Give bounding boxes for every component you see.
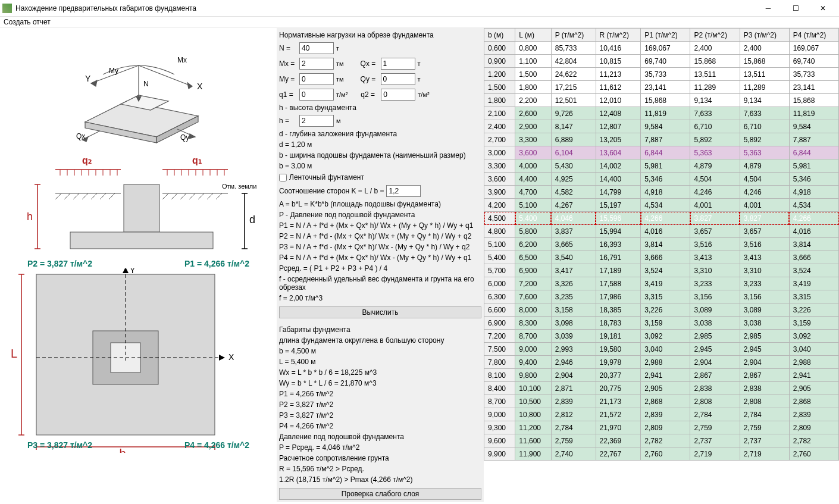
col-header[interactable]: P (т/м^2) bbox=[551, 29, 596, 42]
svg-text:Отм. земли: Отм. земли bbox=[222, 183, 256, 190]
table-row[interactable]: 8,1009,8002,90420,3772,9412,8672,8672,94… bbox=[484, 369, 839, 382]
svg-text:Mx: Mx bbox=[177, 56, 187, 64]
table-row[interactable]: 6,3007,6003,23517,9863,3153,1563,1563,31… bbox=[484, 290, 839, 303]
close-button[interactable]: ✕ bbox=[809, 0, 837, 17]
svg-rect-44 bbox=[70, 232, 213, 249]
table-row[interactable]: 4,5005,4004,04615,5964,2663,8273,8274,26… bbox=[484, 212, 839, 225]
table-row[interactable]: 7,5009,0002,99319,5803,0402,9452,9453,04… bbox=[484, 343, 839, 356]
col-header[interactable]: P1 (т/м^2) bbox=[641, 29, 690, 42]
svg-line-49 bbox=[73, 193, 79, 199]
menu-create-report[interactable]: Создать отчет bbox=[4, 18, 51, 26]
table-row[interactable]: 8,40010,1002,87120,7752,9052,8382,8382,9… bbox=[484, 382, 839, 395]
input-q2[interactable] bbox=[381, 89, 415, 101]
table-row[interactable]: 5,1006,2003,66516,3933,8143,5163,5163,81… bbox=[484, 238, 839, 251]
table-row[interactable]: 2,4002,9008,14712,8079,5846,7106,7109,58… bbox=[484, 120, 839, 133]
svg-line-50 bbox=[82, 193, 88, 199]
table-row[interactable]: 1,8002,20012,50112,01015,8689,1349,13415… bbox=[484, 94, 839, 107]
input-q1[interactable] bbox=[299, 89, 334, 101]
svg-line-59 bbox=[207, 193, 213, 199]
svg-line-57 bbox=[189, 193, 195, 199]
results-table[interactable]: b (м)L (м)P (т/м^2)R (т/м^2)P1 (т/м^2)P2… bbox=[484, 28, 839, 461]
input-My[interactable] bbox=[299, 73, 334, 85]
loads-heading: Нормативные нагрузки на обрезе фундамент… bbox=[279, 31, 481, 39]
svg-text:h: h bbox=[27, 211, 33, 223]
table-row[interactable]: 2,7003,3006,88913,2057,8875,8925,8927,88… bbox=[484, 133, 839, 146]
table-row[interactable]: 5,7006,9003,41717,1893,5243,3103,3103,52… bbox=[484, 264, 839, 277]
svg-text:My: My bbox=[109, 67, 118, 75]
input-Mx[interactable] bbox=[299, 58, 334, 70]
svg-line-54 bbox=[162, 193, 168, 199]
plan-diagram: X Y L b bbox=[4, 268, 253, 453]
svg-line-56 bbox=[180, 193, 186, 199]
strip-checkbox[interactable] bbox=[279, 174, 287, 181]
title-bar: Нахождение предварительных габаритов фун… bbox=[0, 0, 839, 17]
svg-text:N: N bbox=[143, 80, 149, 88]
svg-line-53 bbox=[109, 193, 115, 199]
input-Qy[interactable] bbox=[381, 73, 415, 85]
table-row[interactable]: 3,9004,7004,58214,7994,9184,2464,2464,91… bbox=[484, 186, 839, 199]
svg-text:q₁: q₁ bbox=[192, 155, 202, 165]
svg-line-48 bbox=[64, 193, 70, 199]
svg-text:Qx: Qx bbox=[76, 132, 85, 140]
table-row[interactable]: 6,0007,2003,32617,5883,4193,2333,2333,41… bbox=[484, 277, 839, 290]
col-header[interactable]: P3 (т/м^2) bbox=[740, 29, 789, 42]
calculate-button[interactable]: Вычислить bbox=[279, 306, 481, 318]
svg-line-55 bbox=[171, 193, 177, 199]
p1-label: P1 = 4,266 т/м^2 bbox=[184, 259, 249, 268]
menu-bar: Создать отчет bbox=[0, 17, 839, 28]
input-Qx[interactable] bbox=[381, 58, 415, 70]
col-header[interactable]: P4 (т/м^2) bbox=[789, 29, 838, 42]
input-h[interactable] bbox=[299, 115, 334, 127]
svg-line-51 bbox=[91, 193, 97, 199]
svg-text:b: b bbox=[119, 447, 126, 453]
table-row[interactable]: 8,70010,5002,83921,1732,8682,8082,8082,8… bbox=[484, 395, 839, 408]
weak-layer-button[interactable]: Проверка слабого слоя bbox=[279, 488, 481, 500]
svg-text:Y: Y bbox=[130, 268, 136, 275]
table-row[interactable]: 4,8005,8003,83715,9944,0163,6573,6574,01… bbox=[484, 225, 839, 238]
col-header[interactable]: P2 (т/м^2) bbox=[690, 29, 740, 42]
input-pane: Нормативные нагрузки на обрезе фундамент… bbox=[277, 28, 484, 502]
minimize-button[interactable]: ─ bbox=[755, 0, 782, 17]
table-row[interactable]: 7,2008,7003,03919,1813,0922,9852,9853,09… bbox=[484, 330, 839, 343]
table-row[interactable]: 9,00010,8002,81221,5722,8392,7842,7842,8… bbox=[484, 408, 839, 421]
app-icon bbox=[2, 4, 12, 13]
table-row[interactable]: 6,6008,0003,15818,3853,2263,0893,0893,22… bbox=[484, 303, 839, 317]
svg-marker-9 bbox=[91, 80, 97, 86]
table-row[interactable]: 7,8009,4002,94619,9782,9882,9042,9042,98… bbox=[484, 356, 839, 369]
table-row[interactable]: 1,2001,50024,62211,21335,73313,51113,511… bbox=[484, 68, 839, 81]
svg-line-52 bbox=[100, 193, 106, 199]
table-row[interactable]: 3,0003,6006,10413,6046,8445,3635,3636,84… bbox=[484, 146, 839, 159]
col-header[interactable]: b (м) bbox=[484, 29, 515, 42]
table-row[interactable]: 9,30011,2002,78421,9702,8092,7592,7592,8… bbox=[484, 421, 839, 434]
table-row[interactable]: 9,60011,6002,75922,3692,7822,7372,7372,7… bbox=[484, 434, 839, 447]
window-title: Нахождение предварительных габаритов фун… bbox=[15, 4, 755, 12]
svg-marker-77 bbox=[123, 268, 129, 273]
svg-rect-43 bbox=[124, 184, 159, 232]
maximize-button[interactable]: ☐ bbox=[782, 0, 809, 17]
table-row[interactable]: 5,4006,5003,54016,7913,6663,4133,4133,66… bbox=[484, 251, 839, 264]
svg-text:d: d bbox=[249, 214, 255, 226]
table-row[interactable]: 3,3004,0005,43014,0025,9814,8794,8795,98… bbox=[484, 159, 839, 173]
svg-text:X: X bbox=[228, 352, 234, 362]
table-row[interactable]: 1,5001,80017,21511,61223,14111,28911,289… bbox=[484, 81, 839, 94]
table-row[interactable]: 0,6000,80085,73310,416169,0672,4002,4001… bbox=[484, 42, 839, 55]
input-K[interactable] bbox=[386, 185, 421, 197]
table-row[interactable]: 2,1002,6009,72612,40811,8197,6337,63311,… bbox=[484, 107, 839, 120]
svg-text:L: L bbox=[11, 347, 17, 360]
col-header[interactable]: R (т/м^2) bbox=[596, 29, 641, 42]
svg-text:Y: Y bbox=[85, 74, 91, 83]
svg-text:Qy: Qy bbox=[180, 133, 189, 142]
table-row[interactable]: 4,2005,1004,26715,1974,5344,0014,0014,53… bbox=[484, 199, 839, 212]
svg-text:X: X bbox=[197, 82, 203, 91]
svg-marker-75 bbox=[219, 355, 225, 361]
input-N[interactable] bbox=[299, 42, 334, 54]
section-diagram: q₂ q₁ Отм. земли h d bbox=[14, 152, 264, 259]
p3-label: P3 = 3,827 т/м^2 bbox=[27, 440, 92, 450]
table-row[interactable]: 6,9008,3003,09818,7833,1593,0383,0383,15… bbox=[484, 317, 839, 330]
table-row[interactable]: 3,6004,4004,92514,4005,3464,5044,5045,34… bbox=[484, 173, 839, 186]
col-header[interactable]: L (м) bbox=[515, 29, 551, 42]
table-row[interactable]: 9,90011,9002,74022,7672,7602,7192,7192,7… bbox=[484, 447, 839, 461]
svg-text:q₂: q₂ bbox=[82, 155, 92, 165]
p2-label: P2 = 3,827 т/м^2 bbox=[27, 259, 92, 268]
table-row[interactable]: 0,9001,10042,80410,81569,74015,86815,868… bbox=[484, 55, 839, 68]
